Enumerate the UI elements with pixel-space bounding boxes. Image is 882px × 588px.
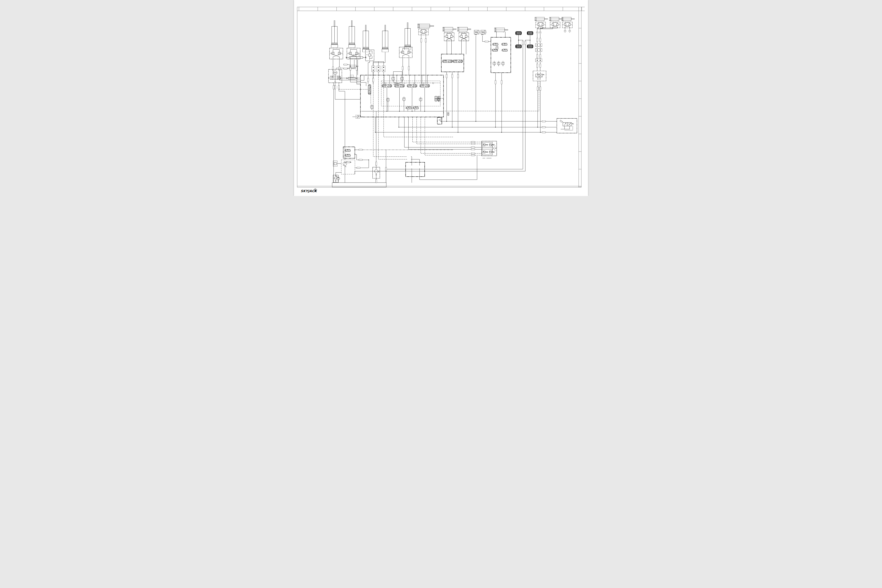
hose-fitting: [537, 64, 538, 68]
check-valve: [404, 82, 405, 84]
check-valve: [423, 82, 424, 84]
hose-fitting: [542, 121, 546, 122]
axle-cylinder: [495, 28, 508, 32]
hose-fitting: [471, 141, 475, 143]
hose-fitting: [485, 41, 489, 42]
hose-fitting: [408, 66, 410, 70]
junction-dot: [387, 111, 387, 112]
crossport-relief-2: [400, 76, 404, 82]
hose-fitting: [338, 86, 339, 89]
hose-fitting: [458, 74, 459, 78]
hose-fitting: [333, 86, 334, 89]
hose-fitting: [542, 127, 546, 128]
hydraulic-line: [384, 117, 453, 137]
hose-fitting: [540, 38, 541, 42]
counterbalance-block-4: [399, 47, 412, 58]
steering-orbital: [328, 69, 342, 83]
hose-fitting: [471, 153, 475, 154]
check-valve: [432, 82, 434, 84]
hose-fitting: [452, 74, 453, 78]
quick-disconnect: [536, 31, 538, 34]
pump-compensator: [348, 162, 351, 163]
hose-fitting: [332, 66, 334, 70]
relief-valve: [497, 61, 500, 66]
hydraulic-line: [421, 117, 471, 153]
hydraulic-line: [405, 117, 471, 147]
sol-valve: [345, 154, 351, 156]
hose-fitting: [471, 143, 475, 144]
prop-valve-3: [407, 84, 417, 87]
hose-fitting: [542, 132, 546, 133]
junction-dot: [446, 121, 447, 122]
counterbalance-block-10: [562, 22, 572, 28]
quick-disconnect: [564, 30, 566, 33]
steer-axle-2: [346, 75, 357, 80]
prop-valve: [442, 60, 453, 63]
relief-valve: [493, 61, 495, 66]
flow-divider: [447, 112, 449, 116]
hose-fitting: [385, 167, 387, 171]
reducing-valve: [402, 97, 405, 102]
counterbalance-block-7: [459, 33, 469, 41]
main-manifold-inner-section: [381, 81, 440, 106]
counterbalance-block-3: [366, 50, 374, 61]
flow-regulator: [356, 115, 360, 118]
hydraulic-schematic: SKYJACK: [294, 0, 588, 196]
drive-motor-4: [527, 45, 533, 48]
junction-dot: [412, 111, 412, 112]
junction-dot: [540, 132, 541, 133]
hydraulic-line: [378, 117, 407, 159]
junction-dot: [495, 127, 496, 128]
brand-logo: SKYJACK: [301, 189, 318, 193]
sol-valve: [502, 49, 507, 51]
return-filter: [373, 167, 380, 178]
hydraulic-line: [408, 117, 471, 150]
hose-fitting: [358, 149, 362, 150]
lift-cylinder-1: [331, 20, 338, 48]
hose-fitting: [540, 54, 541, 58]
junction-dot: [424, 111, 425, 112]
prop-valve-2: [394, 84, 405, 87]
hose-fitting: [522, 41, 524, 45]
hose-fitting: [375, 179, 377, 183]
hose-fitting: [471, 154, 475, 156]
junction-dot: [399, 111, 400, 112]
main-pump: [343, 162, 347, 167]
hose-fitting: [344, 68, 347, 69]
hose-fitting: [471, 147, 475, 148]
hydraulic-line: [361, 75, 364, 81]
platform-cylinder-1: [442, 27, 456, 32]
junction-dot: [518, 40, 519, 40]
hose-fitting: [540, 64, 541, 68]
lift-cylinder-2: [348, 20, 355, 48]
bulkhead-block: [536, 44, 542, 46]
bulkhead-block: [536, 59, 542, 62]
hose-fitting: [357, 167, 360, 169]
hose-fitting: [334, 86, 336, 89]
hose-fitting: [350, 66, 351, 70]
junction-dot: [368, 159, 369, 160]
hydraulic-line: [361, 82, 366, 86]
steer-cylinder-3: [562, 17, 574, 21]
bulkhead-block: [382, 66, 385, 72]
sol-valve: [492, 43, 498, 45]
junction-dot: [476, 121, 476, 122]
drive-motor-2: [527, 32, 533, 35]
platform-cylinder-valve-box: [441, 54, 464, 72]
bulkhead-block: [536, 49, 542, 52]
brake-steer-manifold: [491, 38, 511, 73]
hydraulic-line: [519, 35, 523, 40]
junction-dot: [375, 132, 376, 133]
crossport-relief-1: [392, 76, 394, 82]
junction-dot: [537, 127, 538, 128]
hydraulic-line: [525, 35, 530, 40]
hydraulic-line: [375, 117, 542, 132]
drive-motor-3: [516, 45, 522, 48]
bulkhead-block: [377, 66, 380, 72]
junction-dot: [501, 132, 502, 133]
inlet-valve: [368, 84, 371, 94]
hydraulic-line: [441, 117, 542, 121]
hydraulic-line: [483, 36, 484, 42]
counterbalance-block-5: [418, 29, 429, 35]
counterbalance-block-8: [536, 22, 546, 28]
